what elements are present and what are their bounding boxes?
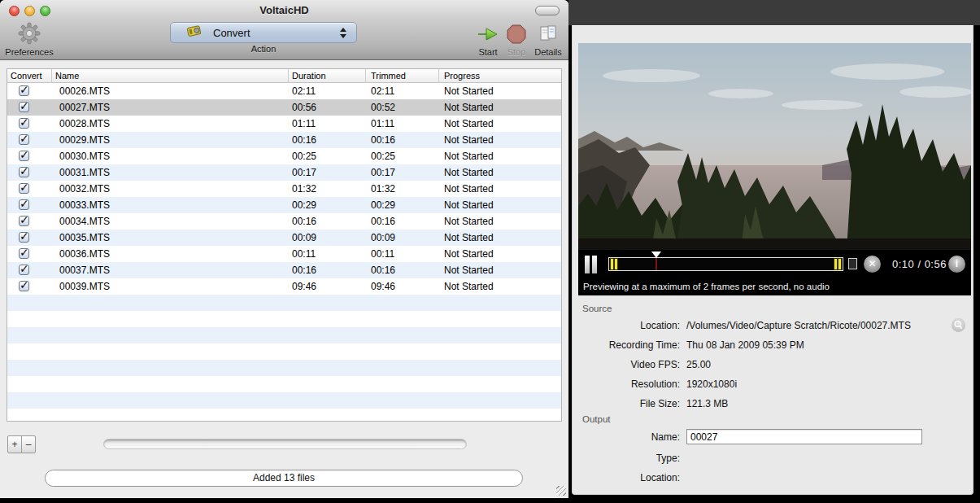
start-label: Start: [472, 47, 504, 57]
column-header-duration[interactable]: Duration: [292, 71, 326, 81]
column-header-convert[interactable]: Convert: [11, 71, 42, 81]
desktop-backdrop: [568, 0, 980, 25]
source-field-label: Resolution:: [581, 378, 680, 390]
column-header-trimmed[interactable]: Trimmed: [371, 71, 406, 81]
resize-grip[interactable]: [556, 486, 566, 496]
table-filler-row: [7, 343, 561, 360]
action-group: Convert Action: [170, 22, 357, 54]
table-filler-row: [7, 360, 561, 376]
table-filler-row: [7, 376, 561, 392]
source-field-value: Thu 08 Jan 2009 05:39 PM: [686, 339, 948, 351]
convert-checkbox[interactable]: [19, 232, 29, 243]
pause-icon: [585, 256, 590, 273]
remove-files-button[interactable]: –: [21, 435, 36, 453]
source-field-row: Recording Time: Thu 08 Jan 2009 05:39 PM: [573, 339, 973, 354]
table-row[interactable]: 00033.MTS 00:29 00:29 Not Started: [7, 197, 561, 213]
convert-checkbox[interactable]: [19, 151, 29, 161]
source-field-row: Resolution: 1920x1080i: [573, 378, 973, 393]
overall-progress-bar: [103, 439, 467, 449]
start-button[interactable]: Start: [472, 22, 504, 57]
output-name-input[interactable]: [686, 429, 922, 444]
convert-checkbox[interactable]: [19, 199, 29, 210]
convert-checkbox[interactable]: [19, 118, 29, 129]
details-panel-window: ✕ 0:10 / 0:56 i Previewing at a maximum …: [572, 25, 973, 495]
preferences-label: Preferences: [4, 47, 54, 57]
convert-checkbox[interactable]: [19, 281, 29, 291]
convert-checkbox[interactable]: [19, 183, 29, 194]
player-controls-bar: ✕ 0:10 / 0:56 i: [578, 250, 971, 279]
table-row[interactable]: 00034.MTS 00:16 00:16 Not Started: [7, 213, 561, 230]
trim-in-marker[interactable]: [611, 259, 613, 269]
table-row[interactable]: 00036.MTS 00:11 00:11 Not Started: [7, 246, 561, 262]
table-row[interactable]: 00026.MTS 02:11 02:11 Not Started: [7, 83, 561, 99]
toolbar-toggle-pill[interactable]: [535, 6, 560, 15]
convert-checkbox[interactable]: [19, 265, 29, 275]
action-popup-value: Convert: [213, 27, 250, 39]
source-field-label: File Size:: [581, 398, 680, 409]
source-field-value: 121.3 MB: [686, 398, 948, 409]
action-popup-button[interactable]: Convert: [170, 22, 357, 43]
time-display: 0:10 / 0:56: [892, 258, 947, 270]
stop-octagon-icon: [502, 22, 531, 46]
source-field-row: Location: /Volumes/Video/Capture Scratch…: [573, 320, 973, 335]
table-body: 00026.MTS 02:11 02:11 Not Started 00027.…: [7, 83, 561, 422]
table-filler-row: [7, 295, 561, 311]
trim-out-marker[interactable]: [834, 259, 837, 269]
close-preview-button[interactable]: ✕: [864, 256, 881, 273]
details-button[interactable]: Details: [532, 22, 564, 57]
preview-status-text: Previewing at a maximum of 2 frames per …: [578, 279, 971, 295]
status-message: Added 13 files: [45, 470, 523, 487]
convert-checkbox[interactable]: [19, 167, 29, 177]
source-field-value: /Volumes/Video/Capture Scratch/Ricote/00…: [686, 320, 948, 331]
convert-checkbox[interactable]: [19, 134, 29, 145]
details-label: Details: [532, 47, 564, 57]
reveal-in-finder-button[interactable]: [952, 318, 965, 332]
window-title: VoltaicHD: [0, 4, 568, 16]
table-row[interactable]: 00030.MTS 00:25 00:25 Not Started: [7, 148, 561, 164]
table-row[interactable]: 00039.MTS 09:46 09:46 Not Started: [7, 278, 561, 295]
table-row[interactable]: 00037.MTS 00:16 00:16 Not Started: [7, 262, 561, 278]
preferences-button[interactable]: Preferences: [4, 22, 54, 57]
source-field-label: Location:: [581, 320, 680, 331]
magnifier-icon: [952, 318, 965, 332]
timeline-end-box[interactable]: [848, 258, 857, 269]
table-row[interactable]: 00035.MTS 00:09 00:09 Not Started: [7, 230, 561, 246]
column-header-name[interactable]: Name: [55, 71, 79, 81]
action-label: Action: [170, 44, 357, 54]
output-name-label: Name:: [581, 431, 680, 443]
timeline-scrubber[interactable]: [608, 257, 843, 271]
table-row[interactable]: 00027.MTS 00:56 00:52 Not Started: [7, 99, 561, 116]
convert-checkbox[interactable]: [19, 216, 29, 226]
title-bar[interactable]: VoltaicHD: [0, 0, 568, 21]
table-header: Convert Name Duration Trimmed Progress: [7, 69, 561, 83]
add-files-button[interactable]: +: [7, 435, 22, 453]
source-field-row: File Size: 121.3 MB: [573, 398, 973, 413]
video-preview-block: ✕ 0:10 / 0:56 i Previewing at a maximum …: [578, 43, 971, 295]
output-location-label: Location:: [581, 472, 680, 483]
source-field-label: Video FPS:: [581, 359, 680, 370]
table-filler-row: [7, 311, 561, 327]
table-row[interactable]: 00031.MTS 00:17 00:17 Not Started: [7, 164, 561, 181]
video-preview-frame[interactable]: [578, 43, 971, 250]
stop-button[interactable]: Stop: [502, 22, 531, 57]
voltaichd-main-window: VoltaicHD Preferences: [0, 0, 568, 498]
gear-icon: [4, 22, 54, 46]
file-table: Convert Name Duration Trimmed Progress 0…: [7, 68, 562, 422]
output-section-label: Output: [582, 414, 611, 424]
source-field-label: Recording Time:: [581, 339, 680, 351]
convert-checkbox[interactable]: [19, 102, 29, 112]
playhead-line: [656, 258, 657, 270]
source-field-value: 25.00: [686, 359, 948, 370]
popup-arrows-icon: [340, 28, 346, 38]
table-filler-row: [7, 409, 561, 422]
playhead-marker[interactable]: [651, 252, 661, 258]
start-arrow-icon: [472, 22, 504, 46]
convert-checkbox[interactable]: [19, 85, 29, 96]
table-row[interactable]: 00029.MTS 00:16 00:16 Not Started: [7, 132, 561, 148]
table-row[interactable]: 00028.MTS 01:11 01:11 Not Started: [7, 116, 561, 132]
table-row[interactable]: 00032.MTS 01:32 01:32 Not Started: [7, 181, 561, 197]
window-header: VoltaicHD Preferences: [0, 0, 568, 60]
info-button[interactable]: i: [948, 256, 965, 273]
column-header-progress[interactable]: Progress: [444, 71, 480, 81]
convert-checkbox[interactable]: [19, 248, 29, 259]
